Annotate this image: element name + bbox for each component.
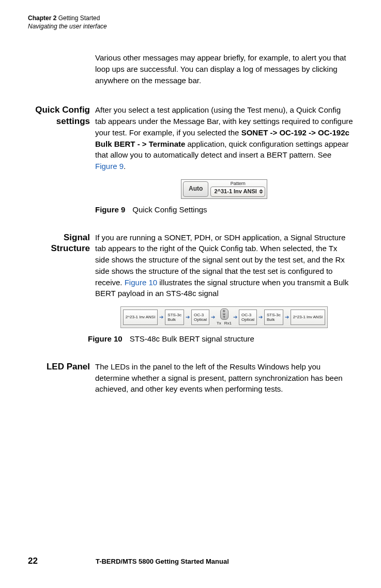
arrow-right-icon: ➔	[159, 314, 164, 321]
auto-button[interactable]: Auto	[183, 181, 208, 197]
quick-config-widget: Auto Pattern 2^31-1 Inv ANSI	[181, 179, 267, 199]
sts-label-1b: STS-3c	[267, 313, 281, 318]
chapter-label: Chapter 2	[28, 14, 56, 22]
dut-block: DUT Tx Rx1	[217, 308, 232, 327]
figure-9-link[interactable]: Figure 9	[95, 162, 124, 171]
oc-label-2b: Optical	[241, 317, 254, 322]
figure-9-image: Auto Pattern 2^31-1 Inv ANSI	[95, 179, 353, 199]
led-panel-paragraph: The LEDs in the panel to the left of the…	[95, 361, 353, 395]
arrow-right-icon: ➔	[210, 314, 216, 321]
chevron-up-icon[interactable]	[259, 189, 263, 191]
led-panel-heading: LED Panel	[28, 361, 90, 372]
quick-config-paragraph: After you select a test application (usi…	[95, 104, 353, 172]
pattern-group: Pattern 2^31-1 Inv ANSI	[210, 181, 265, 197]
oc-label-2: Optical	[194, 317, 207, 322]
right-sts-block[interactable]: STS-3c Bulk	[264, 310, 283, 325]
figure-10-image: 2^23-1 Inv ANSI ➔ STS-3c Bulk ➔ OC-3 Opt…	[95, 306, 353, 328]
page-footer: 22 T-BERD/MTS 5800 Getting Started Manua…	[0, 556, 381, 566]
quick-config-section: Quick Config settings After you select a…	[95, 104, 353, 215]
signal-structure-heading: Signal Structure	[28, 232, 90, 254]
signal-structure-section: Signal Structure If you are running a SO…	[95, 232, 353, 345]
chevron-down-icon[interactable]	[259, 192, 263, 194]
left-oc-block[interactable]: OC-3 Optical	[191, 310, 209, 325]
right-oc-block[interactable]: OC-3 Optical	[239, 310, 257, 325]
figure-9-caption-text: Quick Config Settings	[132, 205, 207, 214]
left-sts-block[interactable]: STS-3c Bulk	[165, 310, 184, 325]
spinner-icon[interactable]	[259, 189, 263, 194]
pattern-value: 2^31-1 Inv ANSI	[214, 188, 256, 196]
tx-rx-labels: Tx Rx1	[217, 320, 232, 327]
intro-paragraph: Various other messages may appear briefl…	[95, 52, 353, 86]
signal-structure-paragraph: If you are running a SONET, PDH, or SDH …	[95, 232, 353, 300]
led-panel-body: The LEDs in the panel to the left of the…	[95, 361, 353, 395]
sts-label-1: STS-3c	[167, 313, 181, 318]
arrow-right-icon: ➔	[233, 314, 238, 321]
right-pattern-block[interactable]: 2^23-1 Inv ANSI	[291, 310, 326, 325]
oc-label-1b: OC-3	[241, 313, 254, 318]
pattern-select[interactable]: 2^31-1 Inv ANSI	[210, 187, 265, 197]
page-content: Chapter 2 Getting Started Navigating the…	[0, 0, 381, 395]
signal-structure-widget: 2^23-1 Inv ANSI ➔ STS-3c Bulk ➔ OC-3 Opt…	[120, 306, 328, 328]
header-section-line: Navigating the user interface	[28, 23, 353, 31]
header-chapter-line: Chapter 2 Getting Started	[28, 14, 353, 23]
sts-label-2: Bulk	[167, 317, 181, 322]
figure-9-caption: Figure 9Quick Config Settings	[95, 204, 353, 215]
chapter-title: Getting Started	[58, 14, 100, 22]
dut-icon: DUT	[220, 308, 228, 320]
arrow-right-icon: ➔	[185, 314, 190, 321]
arrow-right-icon: ➔	[258, 314, 263, 321]
figure-10-link[interactable]: Figure 10	[125, 278, 157, 287]
footer-manual-title: T-BERD/MTS 5800 Getting Started Manual	[96, 558, 229, 565]
main-content: Various other messages may appear briefl…	[95, 52, 353, 395]
arrow-right-icon: ➔	[284, 314, 289, 321]
sts-label-2b: Bulk	[267, 317, 281, 322]
quick-config-text-post: .	[124, 162, 126, 171]
figure-9-label: Figure 9	[95, 205, 125, 214]
left-pattern-block[interactable]: 2^23-1 Inv ANSI	[123, 310, 158, 325]
figure-10-caption: Figure 10STS-48c Bulk BERT signal struct…	[88, 333, 353, 345]
figure-10-caption-text: STS-48c Bulk BERT signal structure	[130, 334, 254, 343]
led-panel-section: LED Panel The LEDs in the panel to the l…	[95, 361, 353, 395]
rx-label: Rx1	[224, 320, 232, 327]
page-number: 22	[28, 556, 38, 566]
signal-structure-body: If you are running a SONET, PDH, or SDH …	[95, 232, 353, 345]
pattern-label: Pattern	[210, 181, 265, 187]
figure-10-label: Figure 10	[88, 334, 123, 343]
oc-label-1: OC-3	[194, 313, 207, 318]
tx-label: Tx	[217, 320, 221, 327]
quick-config-body: After you select a test application (usi…	[95, 104, 353, 215]
quick-config-heading: Quick Config settings	[28, 104, 90, 127]
